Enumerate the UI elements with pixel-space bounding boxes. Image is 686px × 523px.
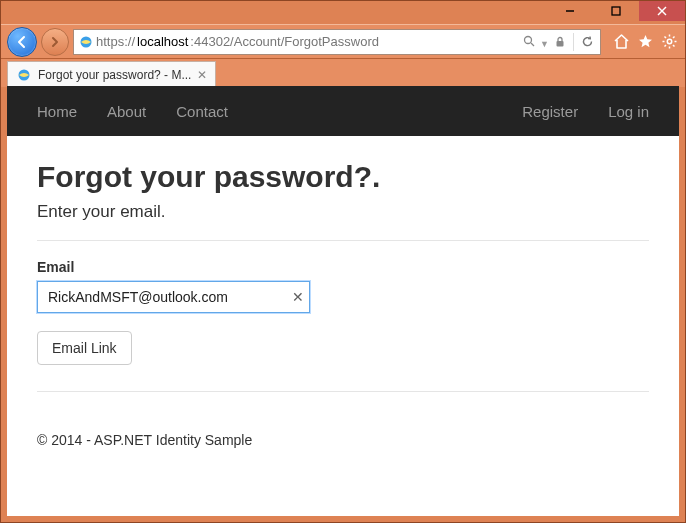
nav-login[interactable]: Log in: [608, 103, 649, 120]
page-viewport: Home About Contact Register Log in Forgo…: [7, 86, 679, 516]
ssl-lock-icon[interactable]: [551, 33, 569, 51]
tab-favicon: [16, 67, 32, 83]
nav-register[interactable]: Register: [522, 103, 578, 120]
svg-rect-7: [557, 41, 564, 47]
window-close-button[interactable]: [639, 1, 685, 21]
home-icon: [613, 33, 630, 50]
ie-page-icon: [78, 34, 94, 50]
favorites-button[interactable]: [635, 32, 655, 52]
window-minimize-button[interactable]: [547, 1, 593, 21]
svg-line-14: [673, 45, 675, 47]
browser-window: https:// localhost :44302/Account/Forgot…: [0, 0, 686, 523]
svg-line-13: [664, 37, 666, 39]
page-lead: Enter your email.: [37, 202, 649, 222]
browser-tab[interactable]: Forgot your password? - M... ✕: [7, 61, 216, 87]
home-button[interactable]: [611, 32, 631, 52]
divider: [37, 240, 649, 241]
nav-about[interactable]: About: [107, 103, 146, 120]
tab-close-button[interactable]: ✕: [197, 69, 207, 81]
tools-button[interactable]: [659, 32, 679, 52]
maximize-icon: [611, 6, 621, 16]
footer-divider: [37, 391, 649, 392]
nav-home[interactable]: Home: [37, 103, 77, 120]
star-icon: [637, 33, 654, 50]
minimize-icon: [565, 6, 575, 16]
nav-contact[interactable]: Contact: [176, 103, 228, 120]
tab-title: Forgot your password? - M...: [38, 68, 191, 82]
chrome-right-icons: [611, 32, 679, 52]
svg-line-16: [673, 37, 675, 39]
back-button[interactable]: [7, 27, 37, 57]
email-label: Email: [37, 259, 649, 275]
refresh-button[interactable]: [573, 33, 596, 51]
forward-arrow-icon: [48, 35, 62, 49]
back-arrow-icon: [14, 34, 30, 50]
svg-rect-1: [612, 7, 620, 15]
browser-navbar: https:// localhost :44302/Account/Forgot…: [1, 24, 685, 59]
url-path: :44302/Account/ForgotPassword: [190, 34, 379, 49]
site-navbar: Home About Contact Register Log in: [7, 86, 679, 136]
svg-point-8: [667, 39, 671, 43]
url-protocol: https://: [96, 34, 135, 49]
svg-point-5: [524, 37, 531, 44]
svg-line-15: [664, 45, 666, 47]
tab-strip: Forgot your password? - M... ✕: [1, 59, 685, 87]
window-titlebar: [1, 1, 685, 24]
window-maximize-button[interactable]: [593, 1, 639, 21]
forward-button[interactable]: [41, 28, 69, 56]
search-dropdown-icon[interactable]: ▼: [540, 39, 549, 49]
close-icon: [657, 6, 667, 16]
svg-line-6: [531, 43, 534, 46]
url-host: localhost: [137, 34, 188, 49]
gear-icon: [661, 33, 678, 50]
search-icon[interactable]: [520, 33, 538, 51]
email-link-button[interactable]: Email Link: [37, 331, 132, 365]
page-content: Forgot your password?. Enter your email.…: [7, 136, 679, 420]
clear-input-button[interactable]: ✕: [292, 281, 304, 313]
page-footer: © 2014 - ASP.NET Identity Sample: [7, 432, 679, 448]
email-field[interactable]: [37, 281, 310, 313]
address-bar[interactable]: https:// localhost :44302/Account/Forgot…: [73, 29, 601, 55]
page-title: Forgot your password?.: [37, 160, 649, 194]
